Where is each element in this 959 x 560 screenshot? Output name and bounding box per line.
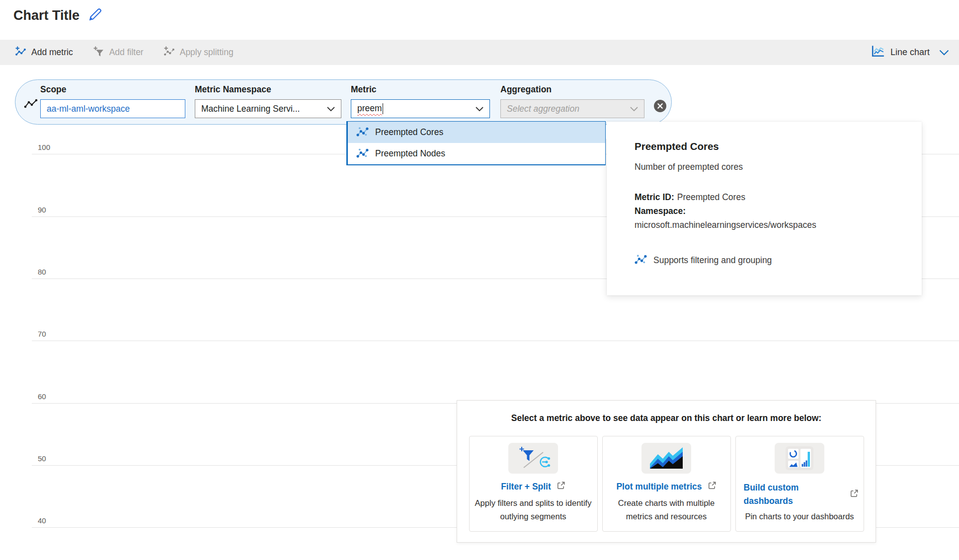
metric-option-label: Preempted Cores (375, 127, 443, 138)
dashboard-icon (775, 443, 824, 474)
namespace-label: Namespace: (635, 206, 686, 216)
plot-multiple-metrics-card[interactable]: Plot multiple metrics Create charts with… (602, 436, 731, 532)
plot-multiple-metrics-description: Create charts with multiple metrics and … (603, 496, 730, 523)
metric-scatter-icon (356, 146, 369, 161)
line-chart-icon (871, 45, 885, 60)
y-axis-tick: 40 (38, 516, 46, 525)
chevron-down-icon (939, 50, 949, 56)
scope-input[interactable]: aa-ml-aml-workspace (40, 99, 185, 118)
capability-text: Supports filtering and grouping (653, 255, 772, 266)
add-metric-label: Add metric (31, 47, 73, 58)
tooltip-title: Preempted Cores (635, 140, 902, 152)
chart-type-selector[interactable]: Line chart (871, 45, 949, 60)
metrics-explorer-page: Chart Title Add metric Add filter Apply … (0, 0, 959, 560)
chevron-down-icon (476, 104, 483, 114)
aggregation-placeholder: Select aggregation (507, 104, 579, 114)
close-icon (653, 99, 667, 115)
metric-option-label: Preempted Nodes (375, 148, 445, 159)
aggregation-select[interactable]: Select aggregation (500, 99, 644, 118)
add-filter-label: Add filter (109, 47, 144, 58)
add-metric-icon (15, 46, 26, 60)
metric-config-row: Scope aa-ml-aml-workspace Metric Namespa… (15, 79, 672, 125)
edit-chart-title-button[interactable] (87, 7, 103, 24)
chart-title-row: Chart Title (13, 7, 103, 24)
pencil-icon (87, 7, 103, 24)
apply-splitting-button[interactable]: Apply splitting (163, 46, 234, 60)
text-caret (383, 103, 384, 114)
tooltip-description: Number of preempted cores (635, 162, 902, 172)
metric-namespace-label: Metric Namespace (195, 84, 341, 95)
y-axis-tick: 50 (38, 454, 46, 463)
metric-scatter-icon (635, 253, 647, 268)
build-dashboards-link[interactable]: Build custom dashboards (744, 481, 823, 508)
y-axis-tick: 100 (38, 143, 50, 151)
metric-option-preempted-nodes[interactable]: Preempted Nodes (348, 143, 605, 164)
metric-field: Metric preem (351, 84, 490, 118)
chart-toolbar: Add metric Add filter Apply splitting Li… (0, 40, 959, 65)
namespace-value: microsoft.machinelearningservices/worksp… (635, 218, 902, 232)
metric-search-input[interactable]: preem (351, 99, 490, 118)
y-axis-tick: 90 (38, 206, 46, 214)
learn-more-cards: Filter + Split Apply filters and splits … (457, 436, 876, 532)
empty-chart-panel: Select a metric above to see data appear… (457, 400, 876, 543)
filter-split-card[interactable]: Filter + Split Apply filters and splits … (469, 436, 598, 532)
filter-split-icon (508, 443, 558, 474)
chart-type-label: Line chart (890, 47, 930, 58)
aggregation-field: Aggregation Select aggregation (500, 84, 644, 118)
build-dashboards-card[interactable]: Build custom dashboards Pin charts to yo… (735, 436, 864, 532)
external-link-icon (850, 489, 859, 500)
chevron-down-icon (630, 104, 638, 114)
metric-suggestions-dropdown: Preempted Cores Preempted Nodes (346, 121, 606, 165)
scope-value: aa-ml-aml-workspace (47, 104, 130, 114)
external-link-icon (557, 481, 565, 492)
scope-label: Scope (40, 84, 185, 95)
metric-namespace-value: Machine Learning Servi... (201, 104, 300, 114)
apply-splitting-label: Apply splitting (180, 47, 234, 58)
tooltip-capability-row: Supports filtering and grouping (635, 253, 902, 268)
metric-namespace-select[interactable]: Machine Learning Servi... (195, 99, 341, 118)
y-axis-tick: 60 (38, 392, 46, 401)
area-chart-icon (641, 443, 691, 474)
aggregation-label: Aggregation (500, 84, 644, 95)
tooltip-metadata: Metric ID:Preempted Cores Namespace: mic… (635, 190, 902, 232)
external-link-icon (708, 481, 717, 492)
remove-metric-button[interactable] (653, 99, 667, 115)
build-dashboards-description: Pin charts to your dashboards (736, 510, 864, 523)
chevron-down-icon (327, 104, 335, 114)
add-filter-button[interactable]: Add filter (93, 46, 144, 60)
metric-line-icon (24, 97, 39, 113)
add-filter-icon (93, 46, 104, 60)
apply-splitting-icon (163, 46, 175, 60)
y-axis-tick: 80 (38, 268, 46, 276)
add-metric-button[interactable]: Add metric (15, 46, 73, 60)
chart-title: Chart Title (13, 8, 80, 23)
metric-namespace-field: Metric Namespace Machine Learning Servi.… (195, 84, 341, 118)
metric-info-tooltip: Preempted Cores Number of preempted core… (607, 122, 922, 295)
plot-multiple-metrics-link[interactable]: Plot multiple metrics (616, 482, 702, 492)
metric-scatter-icon (356, 125, 369, 140)
metric-label: Metric (351, 84, 490, 95)
y-axis-tick: 70 (38, 330, 46, 338)
metric-option-preempted-cores[interactable]: Preempted Cores (348, 122, 605, 143)
filter-split-link[interactable]: Filter + Split (501, 482, 551, 492)
filter-split-description: Apply filters and splits to identify out… (470, 496, 597, 523)
metric-id-value: Preempted Cores (677, 192, 745, 202)
empty-state-heading: Select a metric above to see data appear… (457, 413, 876, 423)
gridline (32, 341, 959, 341)
scope-field: Scope aa-ml-aml-workspace (40, 84, 185, 118)
metric-id-label: Metric ID: (635, 192, 674, 202)
metric-typed-text: preem (357, 103, 382, 113)
